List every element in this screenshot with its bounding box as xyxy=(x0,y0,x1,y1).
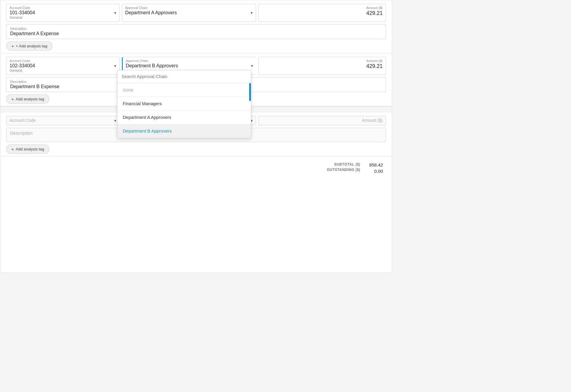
add-tag-button-3[interactable]: + Add analysis tag xyxy=(6,144,49,154)
account-code-arrow-3: ▾ xyxy=(114,118,116,123)
approval-chain-label-2: Approval Chain xyxy=(126,59,253,63)
plus-icon-2: + xyxy=(11,97,14,102)
dropdown-search-input[interactable] xyxy=(122,74,247,79)
add-tag-label-3: Add analysis tag xyxy=(16,147,44,151)
account-code-value-2: 102-334004 xyxy=(10,63,116,69)
add-tag-label-2: Add analysis tag xyxy=(16,97,44,101)
amount-value-1: 429.21 xyxy=(366,10,383,16)
description-label-1: Description xyxy=(10,27,382,30)
amount-value-2: 429.21 xyxy=(366,63,383,69)
add-tag-button-1[interactable]: + + Add analysis tag xyxy=(6,41,52,51)
summary-labels: SUBTOTAL ($) OUTSTANDING ($) xyxy=(327,162,361,172)
account-code-arrow-1: ▾ xyxy=(114,10,116,15)
account-code-label-1: Account Code xyxy=(10,6,116,10)
account-code-sub-2: General xyxy=(10,69,116,73)
field-row-1: Account Code 101-334004 General ▾ Approv… xyxy=(6,4,386,22)
expense-row-1: Account Code 101-334004 General ▾ Approv… xyxy=(0,0,392,53)
approval-chain-field-1[interactable]: Approval Chain Department A Approvers ▾ xyxy=(122,4,256,22)
dropdown-item-dept-a-approvers[interactable]: Department A Approvers xyxy=(117,111,251,124)
account-code-value-1: 101-334004 xyxy=(10,10,116,15)
account-code-label-2: Account Code xyxy=(10,59,116,63)
amount-field-3: Amount ($) xyxy=(258,116,386,125)
account-code-field-1[interactable]: Account Code 101-334004 General ▾ xyxy=(6,4,120,22)
plus-icon-1: + xyxy=(11,43,14,49)
amount-field-1: Amount ($) 429.21 xyxy=(258,4,386,22)
approval-chain-arrow-2: ▾ xyxy=(251,63,253,68)
dropdown-scrollbar[interactable] xyxy=(249,83,251,101)
description-row-1: Description Department A Expense xyxy=(6,24,386,39)
account-code-sub-1: General xyxy=(10,15,116,20)
outstanding-value: 0.00 xyxy=(374,169,383,174)
expense-row-2: Account Code 102-334004 General ▾ Approv… xyxy=(0,53,392,106)
description-field-1[interactable]: Description Department A Expense xyxy=(6,24,386,39)
account-code-arrow-2: ▾ xyxy=(114,63,116,68)
dropdown-item-none[interactable]: None xyxy=(117,83,251,97)
subtotal-label: SUBTOTAL ($) xyxy=(334,162,360,167)
approval-chain-dropdown: None Financial Managers Department A App… xyxy=(117,70,251,138)
outstanding-label: OUTSTANDING ($) xyxy=(327,168,361,172)
dropdown-search-area xyxy=(117,70,251,83)
approval-chain-label-1: Approval Chain xyxy=(125,6,253,10)
plus-icon-3: + xyxy=(11,147,14,152)
main-container: Account Code 101-334004 General ▾ Approv… xyxy=(0,0,392,273)
amount-label-1: Amount ($) xyxy=(367,6,383,10)
account-code-label-3: Account Code xyxy=(10,118,116,123)
approval-chain-arrow-1: ▾ xyxy=(251,10,253,15)
approval-chain-value-2: Department B Approvers xyxy=(126,63,253,69)
amount-label-3: Amount ($) xyxy=(362,118,383,123)
subtotal-value: 858.42 xyxy=(369,162,383,167)
summary-bar: SUBTOTAL ($) OUTSTANDING ($) 858.42 0.00 xyxy=(0,156,392,180)
add-tag-button-2[interactable]: + Add analysis tag xyxy=(6,94,49,104)
dropdown-item-financial-managers[interactable]: Financial Managers xyxy=(117,97,251,111)
dropdown-item-dept-b-approvers[interactable]: Department B Approvers xyxy=(117,124,251,138)
summary-values: 858.42 0.00 xyxy=(369,162,383,174)
amount-field-2: Amount ($) 429.21 xyxy=(258,57,386,75)
account-code-field-3[interactable]: Account Code ▾ xyxy=(6,116,120,125)
add-tag-label-1: + Add analysis tag xyxy=(16,44,47,48)
approval-chain-value-1: Department A Approvers xyxy=(125,10,253,15)
account-code-field-2[interactable]: Account Code 102-334004 General ▾ xyxy=(6,57,120,75)
amount-label-2: Amount ($) xyxy=(367,59,383,63)
description-text-1: Department A Expense xyxy=(10,31,382,36)
